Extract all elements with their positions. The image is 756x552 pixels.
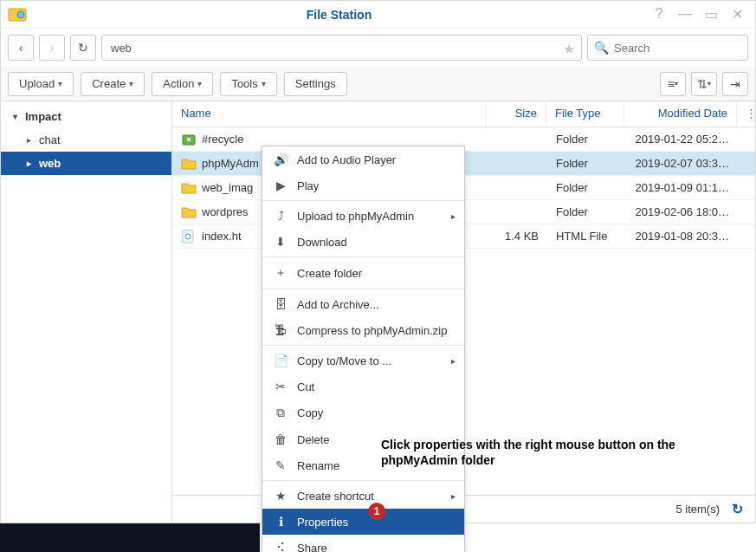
ctx-create-shortcut[interactable]: ★Create shortcut▸	[262, 483, 464, 509]
ctx-label: Download	[297, 236, 347, 249]
item-count: 5 item(s)	[675, 503, 720, 516]
file-date: 2019-01-22 05:2…	[625, 133, 738, 146]
ctx-download[interactable]: ⬇Download	[262, 229, 464, 255]
help-icon[interactable]: ?	[651, 6, 667, 23]
sort-button[interactable]: ⇅▾	[691, 72, 717, 96]
folder-icon	[181, 205, 197, 219]
svg-point-1	[17, 11, 24, 18]
file-date: 2019-02-07 03:3…	[625, 157, 738, 170]
col-size[interactable]: Size	[486, 101, 546, 127]
file-type: HTML File	[547, 230, 625, 243]
list-view-button[interactable]: ≡▾	[660, 72, 686, 96]
navbar: ‹ › ↻ ★ 🔍	[1, 29, 755, 67]
ctx-cut[interactable]: ✂Cut	[262, 373, 464, 399]
file-type: Folder	[547, 181, 625, 194]
file-type: Folder	[547, 133, 625, 146]
path-input[interactable]	[101, 35, 582, 61]
ctx-create-folder[interactable]: ＋Create folder	[262, 259, 464, 287]
file-date: 2019-01-09 01:1…	[625, 181, 738, 194]
ctx-label: Upload to phpMyAdmin	[297, 210, 414, 223]
forward-button[interactable]: ›	[39, 35, 65, 61]
ctx-upload-to-phpmyadmin[interactable]: ⤴Upload to phpMyAdmin▸	[262, 203, 464, 229]
file-size: 1.4 KB	[487, 230, 547, 243]
ctx-label: Copy	[297, 406, 323, 419]
window-controls: ? ― ▭ ✕	[651, 6, 755, 23]
titlebar: File Station ? ― ▭ ✕	[1, 1, 755, 29]
tools-button[interactable]: Tools▾	[220, 72, 276, 96]
maximize-icon[interactable]: ▭	[703, 6, 719, 23]
settings-button[interactable]: Settings	[284, 72, 347, 96]
file-type: Folder	[547, 157, 625, 170]
favorite-star-icon[interactable]: ★	[563, 41, 575, 57]
ctx-compress-to-phpmyadmin-zip[interactable]: 🗜Compress to phpMyAdmin.zip	[262, 317, 464, 343]
panel-toggle-button[interactable]: ⇥	[722, 72, 748, 96]
file-name: web_imag	[202, 181, 253, 194]
search-icon: 🔍	[594, 41, 609, 55]
col-type[interactable]: File Type	[546, 101, 624, 127]
ctx-label: Compress to phpMyAdmin.zip	[297, 324, 447, 337]
file-name: index.ht	[202, 230, 242, 243]
tree-item-web[interactable]: ▸web	[1, 152, 171, 175]
ctx-label: Properties	[297, 516, 348, 529]
close-icon[interactable]: ✕	[729, 6, 745, 23]
tree-root[interactable]: ▾Impact	[1, 105, 171, 128]
html-icon	[181, 230, 197, 244]
ctx-label: Cut	[297, 380, 314, 393]
annotation-text: Click properties with the right mouse bu…	[381, 437, 727, 468]
app-icon	[8, 5, 27, 24]
ctx-label: Add to Audio Player	[297, 153, 396, 166]
ctx-label: Share	[297, 542, 327, 553]
ctx-label: Copy to/Move to ...	[297, 354, 391, 367]
col-name[interactable]: Name	[172, 101, 486, 127]
bottom-strip	[0, 523, 260, 552]
action-button[interactable]: Action▾	[152, 72, 213, 96]
ctx-properties[interactable]: ℹProperties	[262, 509, 464, 535]
ctx-add-to-audio-player[interactable]: 🔊Add to Audio Player	[262, 146, 464, 172]
toolbar: Upload▾ Create▾ Action▾ Tools▾ Settings …	[1, 67, 755, 101]
ctx-label: Add to Archive...	[297, 298, 379, 311]
svg-rect-3	[183, 231, 193, 243]
ctx-add-to-archive[interactable]: 🗄Add to Archive...	[262, 291, 464, 317]
col-date[interactable]: Modified Date	[624, 101, 737, 127]
sidebar: ▾Impact ▸chat ▸web	[1, 101, 172, 523]
ctx-share[interactable]: ⠪Share	[262, 535, 464, 552]
folder-icon	[181, 157, 197, 171]
ctx-copy[interactable]: ⧉Copy	[262, 399, 464, 426]
ctx-label: Play	[297, 179, 319, 192]
folder-icon	[181, 181, 197, 195]
ctx-play[interactable]: ▶Play	[262, 172, 464, 198]
ctx-label: Create shortcut	[297, 490, 374, 503]
create-button[interactable]: Create▾	[81, 72, 145, 96]
ctx-label: Rename	[297, 459, 339, 472]
file-name: phpMyAdm	[202, 157, 259, 170]
ctx-copy-to-move-to[interactable]: 📄Copy to/Move to ...▸	[262, 347, 464, 373]
col-options[interactable]: ⋮	[737, 101, 755, 127]
reload-icon[interactable]: ↻	[732, 501, 743, 517]
file-name: #recycle	[202, 133, 243, 146]
file-name: wordpres	[202, 205, 248, 218]
ctx-label: Create folder	[297, 267, 362, 280]
refresh-button[interactable]: ↻	[70, 35, 96, 61]
annotation-badge: 1	[368, 503, 385, 520]
file-date: 2019-02-06 18:0…	[625, 205, 738, 218]
file-date: 2019-01-08 20:3…	[625, 230, 738, 243]
tree-item-chat[interactable]: ▸chat	[1, 128, 171, 152]
window-title: File Station	[27, 8, 651, 22]
back-button[interactable]: ‹	[8, 35, 34, 61]
column-headers: Name Size File Type Modified Date ⋮	[172, 101, 755, 127]
ctx-label: Delete	[297, 433, 330, 446]
search-input[interactable]	[587, 35, 748, 61]
recycle-icon	[181, 133, 197, 146]
minimize-icon[interactable]: ―	[677, 6, 693, 23]
context-menu[interactable]: 🔊Add to Audio Player▶Play⤴Upload to phpM…	[262, 146, 465, 552]
file-type: Folder	[547, 205, 625, 218]
upload-button[interactable]: Upload▾	[8, 72, 74, 96]
